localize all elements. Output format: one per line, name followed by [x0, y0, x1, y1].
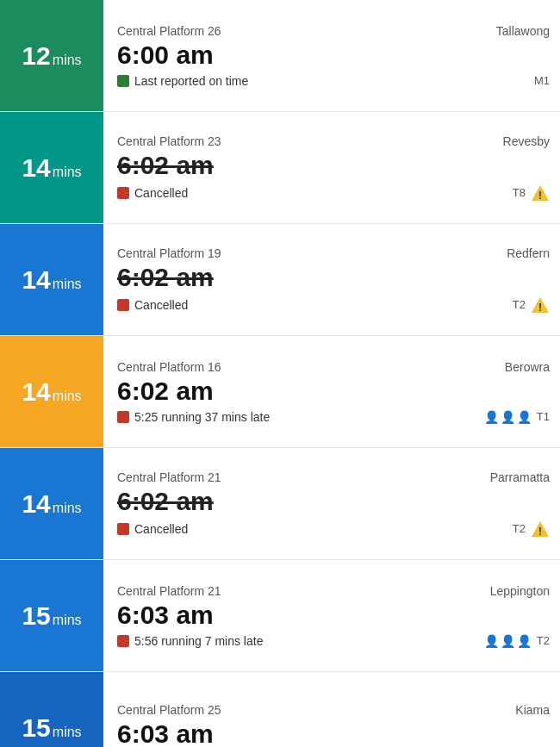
mins-label: mins — [53, 277, 82, 292]
mins-label: mins — [53, 165, 82, 180]
minutes-number: 14 — [22, 155, 50, 181]
svg-text:!: ! — [538, 302, 542, 314]
train-item[interactable]: 12 mins Central Platform 26Tallawong6:00… — [0, 0, 560, 112]
platform-row: Central Platform 25Kiama — [117, 703, 550, 717]
mins-label: mins — [53, 725, 82, 740]
time-badge: 12 mins — [0, 0, 103, 111]
minutes-number: 15 — [22, 715, 50, 741]
departure-time: 6:02 am — [117, 150, 550, 181]
train-item[interactable]: 15 mins Central Platform 21Leppington6:0… — [0, 560, 560, 672]
status-dot — [117, 635, 129, 647]
train-details: Central Platform 16Berowra6:02 am5:25 ru… — [103, 336, 560, 447]
time-badge: 14 mins — [0, 224, 103, 335]
destination: Leppington — [490, 584, 550, 598]
train-item[interactable]: 14 mins Central Platform 23Revesby6:02 a… — [0, 112, 560, 224]
minutes-number: 15 — [22, 603, 50, 629]
crowding-icon: 👤 👤 👤 — [484, 634, 532, 648]
svg-text:!: ! — [538, 190, 542, 202]
status-left: Cancelled — [117, 522, 188, 536]
status-text: Cancelled — [134, 522, 188, 536]
departure-time: 6:00 am — [117, 40, 550, 71]
line-badge: T2 — [513, 522, 526, 535]
status-left: Cancelled — [117, 186, 188, 200]
person-icon-2: 👤 — [501, 410, 515, 424]
train-details: Central Platform 19Redfern6:02 amCancell… — [103, 224, 560, 335]
platform-name: Central Platform 26 — [117, 24, 221, 38]
status-row: CancelledT8 ! — [117, 184, 550, 202]
train-item[interactable]: 14 mins Central Platform 16Berowra6:02 a… — [0, 336, 560, 448]
status-right: M1 — [534, 74, 550, 87]
status-row: 5:56 running 7 mins late 👤 👤 👤 T2 — [117, 634, 550, 648]
status-left: Last reported on time — [117, 74, 248, 88]
warning-icon: ! — [531, 520, 550, 538]
destination: Berowra — [505, 360, 550, 374]
train-details: Central Platform 21Leppington6:03 am5:56… — [103, 560, 560, 671]
status-row: 5:25 running 37 mins late 👤 👤 👤 T1 — [117, 410, 550, 424]
mins-label: mins — [53, 389, 82, 404]
warning-triangle-svg: ! — [531, 184, 550, 202]
platform-row: Central Platform 26Tallawong — [117, 24, 550, 38]
train-item[interactable]: 15 mins Central Platform 25Kiama6:03 am — [0, 672, 560, 747]
time-badge: 14 mins — [0, 448, 103, 559]
mins-label: mins — [53, 613, 82, 628]
status-right: 👤 👤 👤 T2 — [484, 634, 550, 648]
status-text: 5:56 running 7 mins late — [134, 634, 263, 648]
crowding-icon: 👤 👤 👤 — [484, 410, 532, 424]
destination: Revesby — [503, 134, 550, 148]
time-badge: 15 mins — [0, 672, 103, 747]
svg-text:!: ! — [538, 526, 542, 538]
time-badge: 15 mins — [0, 560, 103, 671]
platform-name: Central Platform 21 — [117, 584, 221, 598]
minutes-number: 14 — [22, 379, 50, 405]
platform-row: Central Platform 21Parramatta — [117, 470, 550, 484]
minutes-number: 14 — [22, 491, 50, 517]
time-badge: 14 mins — [0, 112, 103, 223]
person-icon-1: 👤 — [484, 634, 499, 648]
status-text: Last reported on time — [134, 74, 248, 88]
destination: Tallawong — [496, 24, 550, 38]
warning-icon: ! — [531, 296, 550, 314]
platform-name: Central Platform 21 — [117, 470, 221, 484]
person-icon-3: 👤 — [517, 634, 532, 648]
train-list: 12 mins Central Platform 26Tallawong6:00… — [0, 0, 560, 747]
train-item[interactable]: 14 mins Central Platform 19Redfern6:02 a… — [0, 224, 560, 336]
departure-time: 6:03 am — [117, 719, 550, 748]
person-icon-3: 👤 — [517, 410, 532, 424]
platform-name: Central Platform 19 — [117, 246, 221, 260]
line-badge: T2 — [513, 298, 526, 311]
train-item[interactable]: 14 mins Central Platform 21Parramatta6:0… — [0, 448, 560, 560]
line-badge: M1 — [534, 74, 550, 87]
destination: Redfern — [507, 246, 550, 260]
person-icon-1: 👤 — [484, 410, 499, 424]
departure-time: 6:02 am — [117, 486, 550, 517]
status-dot — [117, 75, 129, 87]
line-badge: T2 — [537, 634, 550, 647]
platform-name: Central Platform 23 — [117, 134, 221, 148]
departure-time: 6:03 am — [117, 600, 550, 631]
destination: Parramatta — [490, 470, 550, 484]
mins-label: mins — [53, 501, 82, 516]
platform-row: Central Platform 21Leppington — [117, 584, 550, 598]
status-dot — [117, 523, 129, 535]
status-right: T8 ! — [513, 184, 550, 202]
person-icon-2: 👤 — [501, 634, 515, 648]
train-details: Central Platform 26Tallawong6:00 amLast … — [103, 0, 560, 111]
status-right: 👤 👤 👤 T1 — [484, 410, 550, 424]
status-left: 5:56 running 7 mins late — [117, 634, 263, 648]
warning-icon: ! — [531, 184, 550, 202]
status-right: T2 ! — [513, 520, 550, 538]
status-row: Last reported on timeM1 — [117, 74, 550, 88]
minutes-number: 12 — [22, 43, 50, 69]
status-dot — [117, 187, 129, 199]
warning-triangle-svg: ! — [531, 296, 550, 314]
status-row: CancelledT2 ! — [117, 296, 550, 314]
mins-label: mins — [53, 53, 82, 68]
warning-triangle-svg: ! — [531, 520, 550, 538]
time-badge: 14 mins — [0, 336, 103, 447]
train-details: Central Platform 25Kiama6:03 am — [103, 672, 560, 747]
status-dot — [117, 411, 129, 423]
line-badge: T8 — [513, 186, 526, 199]
status-text: 5:25 running 37 mins late — [134, 410, 270, 424]
train-details: Central Platform 23Revesby6:02 amCancell… — [103, 112, 560, 223]
status-text: Cancelled — [134, 186, 188, 200]
